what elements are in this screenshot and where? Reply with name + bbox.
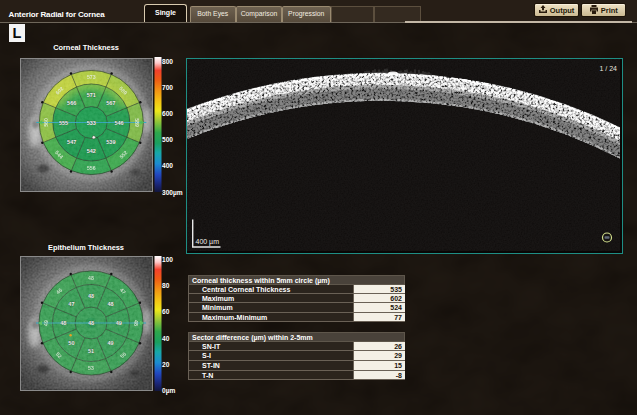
svg-text:400 µm: 400 µm	[196, 238, 220, 246]
svg-text:1 / 24: 1 / 24	[599, 64, 617, 71]
